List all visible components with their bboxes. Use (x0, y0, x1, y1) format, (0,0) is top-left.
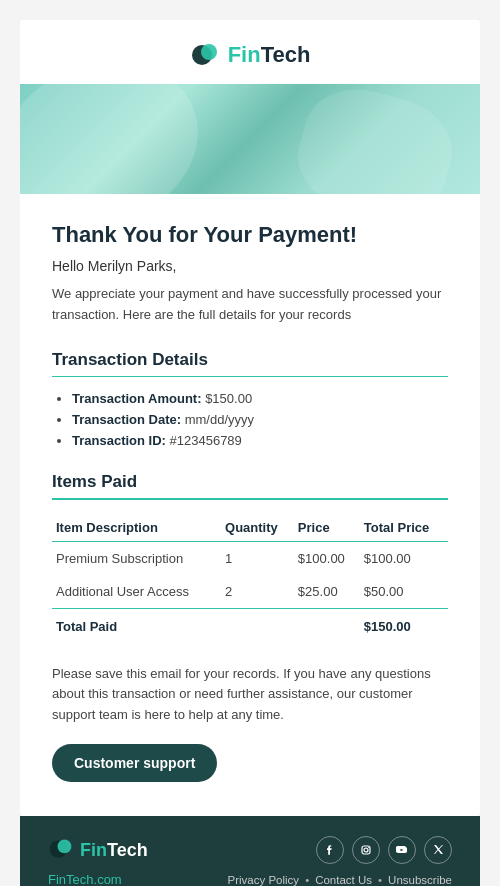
email-footer: FinTech FinTech.com Pri (20, 816, 480, 886)
transaction-divider (52, 376, 448, 378)
svg-point-5 (364, 848, 368, 852)
social-icons (316, 836, 452, 864)
footer-right: Privacy Policy • Contact Us • Unsubscrib… (228, 836, 452, 886)
description: We appreciate your payment and have succ… (52, 284, 448, 326)
item-total: $50.00 (360, 575, 448, 609)
separator: • (378, 874, 382, 886)
svg-point-6 (368, 847, 369, 848)
footer-logo-text: FinTech (80, 840, 148, 861)
list-item: Transaction ID: #123456789 (72, 433, 448, 448)
body-content: Thank You for Your Payment! Hello Merily… (20, 194, 480, 816)
footer-logo-row: FinTech (48, 836, 148, 866)
youtube-icon[interactable] (388, 836, 416, 864)
logo-fin: Fin (228, 42, 261, 67)
unsubscribe-link[interactable]: Unsubscribe (388, 874, 452, 886)
item-description: Additional User Access (52, 575, 221, 609)
main-title: Thank You for Your Payment! (52, 222, 448, 248)
items-divider (52, 498, 448, 500)
list-item: Transaction Amount: $150.00 (72, 391, 448, 406)
logo-tech: Tech (261, 42, 311, 67)
items-title: Items Paid (52, 472, 448, 492)
facebook-icon[interactable] (316, 836, 344, 864)
col-price: Price (294, 514, 360, 542)
logo-text: FinTech (228, 42, 311, 68)
logo-icon (190, 40, 220, 70)
email-header: FinTech (20, 20, 480, 84)
separator: • (305, 874, 309, 886)
contact-us-link[interactable]: Contact Us (315, 874, 372, 886)
footer-note: Please save this email for your records.… (52, 664, 448, 726)
footer-brand: FinTech FinTech.com (48, 836, 148, 886)
transaction-title: Transaction Details (52, 350, 448, 370)
svg-point-1 (201, 44, 217, 60)
svg-point-3 (58, 839, 72, 853)
table-footer-row: Total Paid $150.00 (52, 608, 448, 644)
col-description: Item Description (52, 514, 221, 542)
total-label: Total Paid (52, 608, 360, 644)
footer-links: Privacy Policy • Contact Us • Unsubscrib… (228, 874, 452, 886)
customer-support-button[interactable]: Customer support (52, 744, 217, 782)
items-section: Items Paid Item Description Quantity Pri… (52, 472, 448, 644)
greeting: Hello Merilyn Parks, (52, 258, 448, 274)
footer-tech: Tech (107, 840, 148, 860)
item-price: $25.00 (294, 575, 360, 609)
total-value: $150.00 (360, 608, 448, 644)
table-row: Premium Subscription 1 $100.00 $100.00 (52, 541, 448, 575)
footer-website-link[interactable]: FinTech.com (48, 872, 148, 886)
hero-banner (20, 84, 480, 194)
item-price: $100.00 (294, 541, 360, 575)
col-quantity: Quantity (221, 514, 294, 542)
instagram-icon[interactable] (352, 836, 380, 864)
list-item: Transaction Date: mm/dd/yyyy (72, 412, 448, 427)
item-description: Premium Subscription (52, 541, 221, 575)
privacy-policy-link[interactable]: Privacy Policy (228, 874, 300, 886)
footer-logo-icon (48, 836, 74, 866)
item-quantity: 1 (221, 541, 294, 575)
table-row: Additional User Access 2 $25.00 $50.00 (52, 575, 448, 609)
transaction-list: Transaction Amount: $150.00 Transaction … (52, 391, 448, 448)
item-total: $100.00 (360, 541, 448, 575)
footer-fin: Fin (80, 840, 107, 860)
transaction-section: Transaction Details Transaction Amount: … (52, 350, 448, 449)
col-total: Total Price (360, 514, 448, 542)
items-table: Item Description Quantity Price Total Pr… (52, 514, 448, 644)
twitter-x-icon[interactable] (424, 836, 452, 864)
item-quantity: 2 (221, 575, 294, 609)
